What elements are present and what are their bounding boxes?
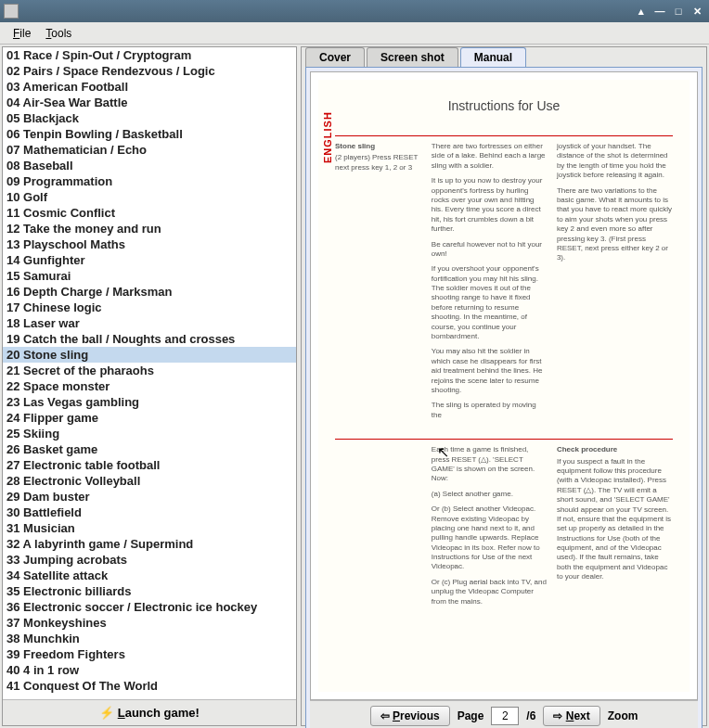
close-button[interactable]: ✕ [689, 4, 705, 19]
game-item[interactable]: 23 Las Vegas gambling [3, 394, 296, 410]
game-item[interactable]: 20 Stone sling [3, 347, 296, 363]
minimize-button[interactable]: — [651, 4, 668, 19]
manual-text: (a) Select another game. [432, 490, 548, 499]
tab-screenshot[interactable]: Screen shot [367, 47, 458, 67]
tabs: Cover Screen shot Manual [302, 47, 706, 67]
game-item[interactable]: 33 Jumping acrobats [3, 552, 296, 568]
game-item[interactable]: 30 Battlefield [3, 504, 296, 520]
game-item[interactable]: 29 Dam buster [3, 489, 296, 504]
game-item[interactable]: 16 Depth Charge / Marksman [3, 284, 296, 300]
next-button[interactable]: ⇨ Next [543, 706, 599, 726]
maximize-button[interactable]: □ [670, 4, 687, 19]
check-heading: Check procedure [557, 445, 673, 454]
game-item[interactable]: 17 Chinese logic [3, 300, 296, 315]
game-item[interactable]: 27 Electronic table football [3, 457, 296, 473]
game-item[interactable]: 19 Catch the ball / Noughts and crosses [3, 331, 296, 347]
game-item[interactable]: 13 Playschool Maths [3, 236, 296, 252]
game-item[interactable]: 08 Baseball [3, 158, 296, 173]
divider [335, 135, 673, 136]
manual-text: If you suspect a fault in the equipment … [557, 457, 673, 582]
game-item[interactable]: 38 Munchkin [3, 631, 296, 646]
manual-view[interactable]: Instructions for Use ENGLISH Stone sling… [310, 71, 698, 700]
game-item[interactable]: 24 Flipper game [3, 410, 296, 426]
game-item[interactable]: 28 Electronic Volleyball [3, 473, 296, 489]
game-item[interactable]: 03 American Football [3, 79, 296, 95]
manual-text: There are two fortresses on either side … [432, 142, 548, 171]
game-item[interactable]: 31 Musician [3, 520, 296, 536]
game-item[interactable]: 05 Blackjack [3, 110, 296, 126]
game-item[interactable]: 06 Tenpin Bowling / Basketball [3, 126, 296, 142]
game-item[interactable]: 04 Air-Sea War Battle [3, 95, 296, 110]
left-panel: 01 Race / Spin-Out / Cryptogram02 Pairs … [2, 46, 297, 726]
manual-text: Or (b) Select another Videopac. Remove e… [432, 504, 548, 572]
manual-text: You may also hit the soldier in which ca… [432, 347, 548, 395]
divider [335, 439, 673, 440]
game-item[interactable]: 34 Satellite attack [3, 568, 296, 583]
game-item[interactable]: 01 Race / Spin-Out / Cryptogram [3, 47, 296, 63]
manual-text: If you overshoot your opponent's fortifi… [432, 264, 548, 341]
game-item[interactable]: 02 Pairs / Space Rendezvous / Logic [3, 63, 296, 79]
game-item[interactable]: 07 Mathematician / Echo [3, 142, 296, 158]
manual-text: joystick of your handset. The distance o… [557, 142, 673, 181]
manual-text: Each time a game is finished, press RESE… [432, 445, 548, 484]
manual-text: It is up to you now to destroy your oppo… [432, 176, 548, 234]
game-item[interactable]: 35 Electronic billiards [3, 583, 296, 599]
game-item[interactable]: 11 Cosmic Conflict [3, 205, 296, 221]
game-item[interactable]: 40 4 in 1 row [3, 662, 296, 678]
launch-button[interactable]: Launch game! [84, 703, 214, 722]
menubar: File Tools [0, 22, 709, 45]
page-total: /6 [526, 709, 535, 722]
game-item[interactable]: 09 Programmation [3, 173, 296, 189]
game-heading: Stone sling [335, 142, 422, 151]
previous-button[interactable]: ⇦ Previous [370, 706, 450, 726]
tab-content: Instructions for Use ENGLISH Stone sling… [305, 67, 703, 728]
tab-manual[interactable]: Manual [460, 47, 526, 67]
tab-cover[interactable]: Cover [305, 47, 365, 67]
game-item[interactable]: 39 Freedom Fighters [3, 646, 296, 662]
game-item[interactable]: 14 Gunfighter [3, 252, 296, 268]
menu-file[interactable]: File [6, 25, 38, 42]
game-list[interactable]: 01 Race / Spin-Out / Cryptogram02 Pairs … [3, 47, 296, 699]
game-item[interactable]: 22 Space monster [3, 378, 296, 394]
game-item[interactable]: 10 Golf [3, 189, 296, 205]
titlebar: ▴ — □ ✕ [0, 0, 709, 22]
manual-text: (2 players) Press RESET next press key 1… [335, 153, 422, 172]
manual-page: Instructions for Use ENGLISH Stone sling… [318, 80, 690, 692]
game-item[interactable]: 32 A labyrinth game / Supermind [3, 536, 296, 552]
game-item[interactable]: 12 Take the money and run [3, 221, 296, 236]
page-nav: ⇦ Previous Page /6 ⇨ Next Zoom [310, 700, 698, 728]
manual-text: The sling is operated by moving the [432, 401, 548, 420]
game-item[interactable]: 36 Electronic soccer / Electronic ice ho… [3, 599, 296, 615]
game-item[interactable]: 25 Skiing [3, 426, 296, 441]
game-item[interactable]: 41 Conquest Of The World [3, 678, 296, 694]
game-item[interactable]: 37 Monkeyshines [3, 615, 296, 631]
rollup-button[interactable]: ▴ [633, 4, 650, 19]
manual-text: Be careful however not to hit your own! [432, 240, 548, 260]
game-item[interactable]: 21 Secret of the pharaohs [3, 363, 296, 378]
manual-title: Instructions for Use [335, 98, 673, 113]
game-item[interactable]: 18 Laser war [3, 315, 296, 331]
menu-tools[interactable]: Tools [38, 25, 79, 42]
page-input[interactable] [491, 707, 519, 725]
page-label: Page [458, 709, 484, 722]
right-panel: Cover Screen shot Manual Instructions fo… [301, 46, 707, 726]
manual-text: There are two variations to the basic ga… [557, 186, 673, 263]
manual-text: Or (c) Plug aerial back into TV, and unp… [432, 578, 548, 607]
game-item[interactable]: 15 Samurai [3, 268, 296, 284]
app-icon [4, 4, 19, 19]
english-label: ENGLISH [322, 111, 333, 163]
zoom-label[interactable]: Zoom [608, 709, 638, 722]
game-item[interactable]: 26 Basket game [3, 441, 296, 457]
